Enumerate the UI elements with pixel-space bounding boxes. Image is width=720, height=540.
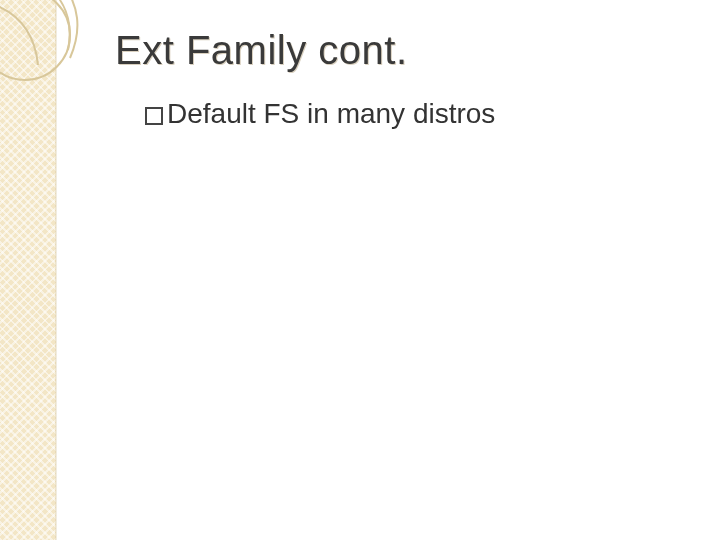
bullet-text: Default FS in many distros xyxy=(167,98,495,129)
slide-title: Ext Family cont. xyxy=(115,28,408,73)
side-decorative-strip xyxy=(0,0,56,540)
slide-body: Default FS in many distros xyxy=(145,98,495,130)
slide: Ext Family cont. Default FS in many dist… xyxy=(0,0,720,540)
square-bullet-icon xyxy=(145,107,163,125)
bullet-item: Default FS in many distros xyxy=(145,98,495,130)
